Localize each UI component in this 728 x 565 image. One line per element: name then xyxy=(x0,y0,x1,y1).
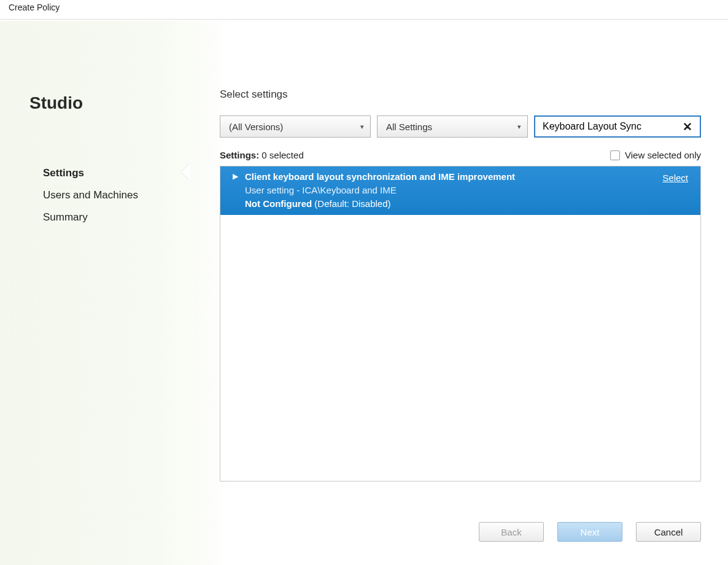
view-selected-only-checkbox[interactable]: View selected only xyxy=(610,150,701,160)
setting-title: Client keyboard layout synchronization a… xyxy=(245,170,689,184)
brand-title: Studio xyxy=(29,93,83,113)
wizard-buttons: Back Next Cancel xyxy=(479,522,701,542)
window-title: Create Policy xyxy=(9,2,60,12)
main-panel: Select settings (All Versions) ▾ All Set… xyxy=(220,21,701,565)
filter-row: (All Versions) ▾ All Settings ▾ ✕ xyxy=(220,115,701,138)
title-bar: Create Policy xyxy=(0,0,728,20)
dropdown-value: All Settings xyxy=(386,122,517,132)
dropdown-value: (All Versions) xyxy=(229,122,360,132)
setting-config-state: Not Configured xyxy=(245,198,312,209)
button-label: Cancel xyxy=(654,527,683,537)
cancel-button[interactable]: Cancel xyxy=(636,522,701,542)
active-step-pointer-icon xyxy=(182,163,190,181)
settings-list: ▶ Client keyboard layout synchronization… xyxy=(220,166,701,481)
chevron-down-icon: ▾ xyxy=(360,123,364,131)
search-box[interactable]: ✕ xyxy=(534,115,701,138)
select-setting-link[interactable]: Select xyxy=(662,171,688,185)
back-button[interactable]: Back xyxy=(479,522,544,542)
settings-count-label: Settings: xyxy=(220,150,259,160)
expand-icon[interactable]: ▶ xyxy=(233,171,238,182)
setting-config-default: (Default: Disabled) xyxy=(314,198,390,209)
button-label: Next xyxy=(581,527,600,537)
step-settings[interactable]: Settings xyxy=(43,162,178,184)
step-users-machines[interactable]: Users and Machines xyxy=(43,184,178,206)
sidebar: Studio Settings Users and Machines Summa… xyxy=(0,21,190,565)
wizard-steps: Settings Users and Machines Summary xyxy=(43,162,178,228)
chevron-down-icon: ▾ xyxy=(517,123,521,131)
setting-subtitle: User setting - ICA\Keyboard and IME xyxy=(245,184,689,197)
settings-list-row[interactable]: ▶ Client keyboard layout synchronization… xyxy=(220,166,700,215)
version-filter-dropdown[interactable]: (All Versions) ▾ xyxy=(220,115,371,138)
step-label: Users and Machines xyxy=(43,189,138,201)
step-label: Summary xyxy=(43,211,88,223)
settings-count: Settings: 0 selected xyxy=(220,150,304,160)
checkbox-label: View selected only xyxy=(625,150,701,160)
settings-count-value: 0 selected xyxy=(261,150,303,160)
scope-filter-dropdown[interactable]: All Settings ▾ xyxy=(377,115,528,138)
clear-search-icon[interactable]: ✕ xyxy=(679,120,696,134)
step-summary[interactable]: Summary xyxy=(43,206,178,228)
setting-config: Not Configured (Default: Disabled) xyxy=(245,197,689,211)
checkbox-box-icon xyxy=(610,150,620,160)
page-heading: Select settings xyxy=(220,88,288,101)
step-label: Settings xyxy=(43,167,84,179)
next-button[interactable]: Next xyxy=(557,522,622,542)
search-input[interactable] xyxy=(541,120,679,133)
settings-status-row: Settings: 0 selected View selected only xyxy=(220,150,701,160)
wizard-body: Studio Settings Users and Machines Summa… xyxy=(0,21,728,565)
button-label: Back xyxy=(501,527,521,537)
